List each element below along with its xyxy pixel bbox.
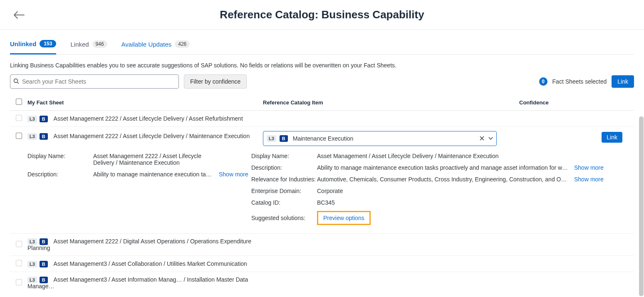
level-badge: L3 bbox=[27, 277, 37, 283]
row-checkbox[interactable] bbox=[16, 133, 22, 139]
description-key: Description: bbox=[27, 171, 93, 178]
tab-unlinked-label: Unlinked bbox=[10, 40, 36, 47]
toolbar: Filter by confidence 0 Fact Sheets selec… bbox=[10, 74, 634, 89]
scrollbar[interactable] bbox=[639, 116, 644, 294]
description-value: Ability to manage maintenance execution … bbox=[317, 164, 569, 171]
tab-updates-label: Available Updates bbox=[121, 41, 172, 48]
tabs: Unlinked 153 Linked 946 Available Update… bbox=[10, 30, 634, 54]
link-button[interactable]: Link bbox=[612, 75, 634, 88]
reference-select-value: Maintenance Execution bbox=[293, 135, 354, 142]
catalog-id-value: BC345 bbox=[317, 199, 628, 206]
type-badge: B bbox=[40, 261, 48, 267]
fact-sheet-name: Asset Management 2222 / Asset Lifecycle … bbox=[54, 115, 243, 122]
description-value: Ability to manage maintenance execution … bbox=[93, 171, 214, 178]
tab-unlinked[interactable]: Unlinked 153 bbox=[10, 40, 56, 54]
type-badge: B bbox=[40, 116, 48, 122]
table-header: My Fact Sheet Reference Catalog Item Con… bbox=[10, 94, 634, 111]
level-badge: L3 bbox=[27, 116, 37, 122]
selected-count-badge: 0 bbox=[539, 77, 547, 86]
fact-sheet-name: Asset Management3 / Asset Information Ma… bbox=[27, 276, 248, 290]
search-input[interactable] bbox=[10, 74, 179, 89]
relevance-key: Relevance for Industries: bbox=[251, 176, 317, 183]
domain-value: Corporate bbox=[317, 188, 628, 194]
chevron-down-icon[interactable] bbox=[488, 135, 493, 142]
row-checkbox[interactable] bbox=[16, 260, 22, 266]
tab-updates-count: 426 bbox=[175, 40, 190, 48]
type-badge: B bbox=[40, 277, 48, 283]
suggested-key: Suggested solutions: bbox=[251, 215, 317, 221]
tab-updates[interactable]: Available Updates 426 bbox=[121, 40, 190, 54]
col-my-fact-sheet: My Fact Sheet bbox=[27, 99, 263, 106]
svg-line-1 bbox=[17, 82, 19, 84]
preview-highlight: Preview options bbox=[317, 211, 371, 225]
display-name-value: Asset Management 2222 / Asset Lifecycle … bbox=[93, 153, 222, 166]
row-checkbox[interactable] bbox=[16, 279, 22, 285]
svg-point-0 bbox=[14, 79, 18, 83]
tab-unlinked-count: 153 bbox=[40, 40, 56, 47]
col-confidence: Confidence bbox=[519, 99, 590, 106]
selected-label: Fact Sheets selected bbox=[552, 78, 607, 85]
search-wrapper bbox=[10, 74, 179, 89]
level-badge: L3 bbox=[267, 135, 276, 142]
row-checkbox[interactable] bbox=[16, 115, 22, 121]
row-checkbox[interactable] bbox=[16, 241, 22, 247]
show-more-link[interactable]: Show more bbox=[574, 164, 604, 171]
fact-sheet-name: Asset Management3 / Asset Collaboration … bbox=[54, 260, 247, 267]
help-text: Linking Business Capabilities enables yo… bbox=[10, 54, 634, 74]
level-badge: L3 bbox=[27, 261, 37, 267]
page-title: Reference Catalog: Business Capability bbox=[10, 8, 634, 21]
table-row[interactable]: L3 B Asset Management3 / Asset Collabora… bbox=[10, 256, 634, 272]
relevance-value: Automotive, Chemicals, Consumer Products… bbox=[317, 176, 569, 183]
display-name-key: Display Name: bbox=[27, 153, 93, 159]
table-row[interactable]: L3 B Asset Management3 / Asset Informati… bbox=[10, 272, 634, 294]
show-more-link[interactable]: Show more bbox=[219, 171, 248, 178]
type-badge: B bbox=[280, 135, 288, 142]
catalog-id-key: Catalog ID: bbox=[251, 199, 317, 206]
type-badge: B bbox=[40, 238, 48, 245]
tab-linked-count: 946 bbox=[92, 40, 107, 48]
clear-icon[interactable] bbox=[480, 135, 484, 142]
preview-options-link[interactable]: Preview options bbox=[323, 215, 364, 221]
type-badge: B bbox=[40, 133, 48, 140]
back-arrow-icon[interactable] bbox=[13, 11, 25, 20]
table-row[interactable]: L3 B Asset Management 2222 / Asset Lifec… bbox=[10, 111, 634, 127]
reference-select[interactable]: L3 B Maintenance Execution bbox=[263, 131, 497, 146]
fact-sheet-name: Asset Management 2222 / Digital Asset Op… bbox=[27, 238, 251, 251]
level-badge: L3 bbox=[27, 133, 37, 140]
tab-linked[interactable]: Linked 946 bbox=[70, 40, 107, 54]
table-row[interactable]: L3 B Asset Management 2222 / Digital Ass… bbox=[10, 234, 634, 256]
tab-linked-label: Linked bbox=[70, 41, 89, 48]
filter-button[interactable]: Filter by confidence bbox=[184, 74, 247, 89]
display-name-key: Display Name: bbox=[251, 153, 317, 159]
fact-sheet-name: Asset Management 2222 / Asset Lifecycle … bbox=[54, 133, 250, 139]
link-row-button[interactable]: Link bbox=[602, 132, 622, 143]
page-header: Reference Catalog: Business Capability bbox=[0, 0, 644, 30]
expanded-row: L3 B Asset Management 2222 / Asset Lifec… bbox=[10, 127, 634, 234]
display-name-value: Asset Management / Asset Lifecycle Deliv… bbox=[317, 153, 628, 159]
select-all-checkbox[interactable] bbox=[16, 99, 22, 105]
show-more-link[interactable]: Show more bbox=[574, 176, 604, 183]
col-reference: Reference Catalog Item bbox=[263, 99, 519, 106]
level-badge: L3 bbox=[27, 238, 37, 245]
domain-key: Enterprise Domain: bbox=[251, 188, 317, 194]
description-key: Description: bbox=[251, 164, 317, 171]
search-icon bbox=[13, 78, 19, 85]
